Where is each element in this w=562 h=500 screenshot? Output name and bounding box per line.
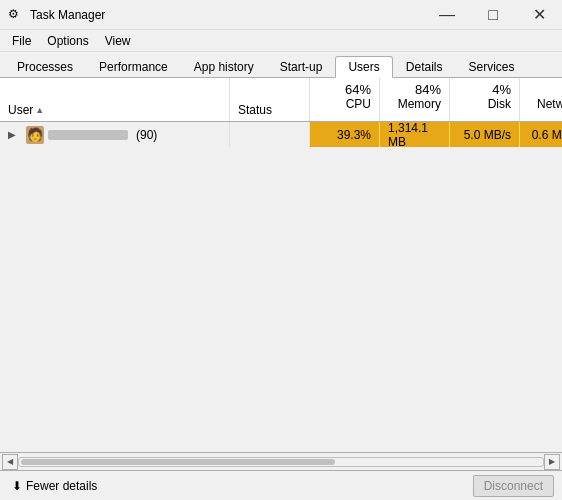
title-bar: ⚙ Task Manager — □ ✕ [0,0,562,30]
cell-user: ▶ 🧑 (90) [0,122,230,147]
table-area[interactable]: User ▲ Status 64% CPU 84% Memory [0,78,562,452]
disconnect-button[interactable]: Disconnect [473,475,554,497]
tab-startup[interactable]: Start-up [267,55,336,77]
cell-cpu: 39.3% [310,122,380,147]
minimize-button[interactable]: — [424,0,470,30]
fewer-details-label: Fewer details [26,479,97,493]
scroll-right-button[interactable]: ▶ [544,454,560,470]
title-text: Task Manager [30,8,105,22]
tab-performance[interactable]: Performance [86,55,181,77]
tab-details[interactable]: Details [393,55,456,77]
tab-app-history[interactable]: App history [181,55,267,77]
col-network-header[interactable]: 1% Network [520,78,562,121]
menu-file[interactable]: File [4,32,39,50]
status-header-label: Status [238,103,301,117]
col-disk-header[interactable]: 4% Disk [450,78,520,121]
bottom-bar: ⬇ Fewer details Disconnect [0,470,562,500]
scrollbar-track[interactable] [18,457,544,467]
cell-status [230,122,310,147]
network-label: Network [537,97,562,111]
scroll-left-button[interactable]: ◀ [2,454,18,470]
memory-value: 1,314.1 MB [388,121,441,149]
sort-arrow-icon: ▲ [35,105,44,115]
title-buttons: — □ ✕ [424,0,562,30]
title-bar-left: ⚙ Task Manager [8,7,105,23]
menu-view[interactable]: View [97,32,139,50]
app-icon: ⚙ [8,7,24,23]
disk-value: 5.0 MB/s [464,128,511,142]
cell-memory: 1,314.1 MB [380,122,450,147]
inner-table: User ▲ Status 64% CPU 84% Memory [0,78,562,148]
tab-users[interactable]: Users [335,56,392,78]
col-memory-header[interactable]: 84% Memory [380,78,450,121]
scrollbar-thumb[interactable] [21,459,335,465]
disk-label: Disk [488,97,511,111]
menu-bar: File Options View [0,30,562,52]
maximize-button[interactable]: □ [470,0,516,30]
expand-icon[interactable]: ▶ [8,129,22,140]
col-cpu-header[interactable]: 64% CPU [310,78,380,121]
cell-network: 0.6 Mbps [520,122,562,147]
user-header-label: User ▲ [8,103,221,117]
network-value: 0.6 Mbps [532,128,562,142]
cpu-label: CPU [346,97,371,111]
cpu-pct: 64% [345,82,371,97]
memory-label: Memory [398,97,441,111]
tab-services[interactable]: Services [455,55,527,77]
col-status-header[interactable]: Status [230,78,310,121]
tab-processes[interactable]: Processes [4,55,86,77]
table-header: User ▲ Status 64% CPU 84% Memory [0,78,562,122]
memory-pct: 84% [415,82,441,97]
close-button[interactable]: ✕ [516,0,562,30]
col-user-header[interactable]: User ▲ [0,78,230,121]
menu-options[interactable]: Options [39,32,96,50]
tab-bar: Processes Performance App history Start-… [0,52,562,78]
main-body: User ▲ Status 64% CPU 84% Memory [0,78,562,470]
disk-pct: 4% [492,82,511,97]
table-row[interactable]: ▶ 🧑 (90) 39.3% 1,314.1 MB 5.0 MB/s 0.6 M… [0,122,562,148]
cpu-value: 39.3% [337,128,371,142]
fewer-details-arrow-icon: ⬇ [12,479,22,493]
horizontal-scrollbar[interactable]: ◀ ▶ [0,452,562,470]
cell-disk: 5.0 MB/s [450,122,520,147]
user-name-blurred [48,130,128,140]
fewer-details-button[interactable]: ⬇ Fewer details [8,477,101,495]
avatar: 🧑 [26,126,44,144]
user-count: (90) [136,128,157,142]
